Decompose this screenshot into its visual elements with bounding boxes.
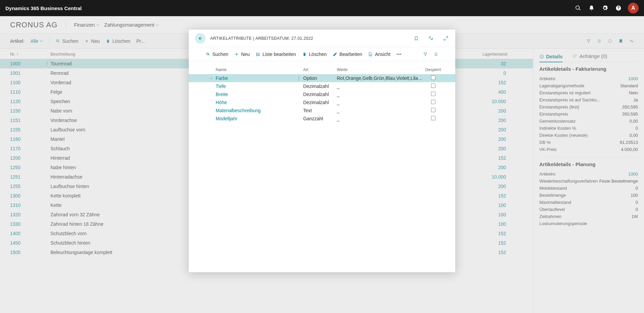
- expand-icon[interactable]: [442, 35, 449, 42]
- attr-name[interactable]: Breite: [216, 92, 303, 97]
- modal-col-locked[interactable]: Gesperrt: [423, 67, 443, 72]
- cell-stock[interactable]: 152: [482, 250, 523, 255]
- attr-name[interactable]: Farbe: [216, 75, 303, 81]
- cell-nr[interactable]: 1100: [10, 80, 44, 85]
- nav-item-finance[interactable]: Finanzen: [74, 22, 100, 28]
- attr-locked-checkbox[interactable]: [423, 75, 443, 81]
- filter-icon[interactable]: [586, 39, 591, 43]
- popout-icon[interactable]: [428, 35, 434, 42]
- bookmark-outline-icon[interactable]: [413, 35, 420, 42]
- attribute-row[interactable]: →Materialbeschreibung⋮Text_: [189, 106, 455, 115]
- cell-nr[interactable]: 1150: [10, 108, 44, 114]
- cell-nr[interactable]: 1400: [10, 231, 44, 236]
- attr-locked-checkbox[interactable]: [423, 116, 443, 121]
- col-header-stock[interactable]: Lagerbestand: [482, 52, 523, 57]
- cell-stock[interactable]: 10.000: [482, 174, 523, 180]
- attr-name[interactable]: Materialbeschreibung: [216, 108, 303, 113]
- cell-nr[interactable]: 1450: [10, 240, 44, 246]
- cell-nr[interactable]: 1200: [10, 155, 44, 161]
- attr-name[interactable]: Modelljahr: [216, 116, 303, 121]
- delete-button[interactable]: Löschen: [106, 38, 130, 44]
- cell-nr[interactable]: 1170: [10, 146, 44, 151]
- cell-nr[interactable]: 1251: [10, 174, 44, 180]
- modal-filter-icon[interactable]: [423, 52, 428, 57]
- cell-nr[interactable]: 1320: [10, 212, 44, 217]
- factbox-value[interactable]: 1000: [628, 171, 638, 177]
- modal-col-type[interactable]: Art: [303, 67, 337, 72]
- cell-nr[interactable]: 1155: [10, 127, 44, 132]
- cell-stock[interactable]: 100: [482, 202, 523, 208]
- modal-edit-button[interactable]: Bearbeiten: [333, 52, 362, 57]
- cell-stock[interactable]: 200: [482, 127, 523, 132]
- cell-stock[interactable]: 200: [482, 108, 523, 114]
- cell-stock[interactable]: 0: [482, 70, 523, 76]
- factbox-value[interactable]: 1000: [628, 76, 638, 81]
- attr-locked-checkbox[interactable]: [423, 84, 443, 89]
- cell-stock[interactable]: 152: [482, 240, 523, 246]
- cell-stock[interactable]: 10.000: [482, 99, 523, 104]
- cell-stock[interactable]: 152: [482, 80, 523, 85]
- cell-nr[interactable]: 1300: [10, 193, 44, 198]
- cell-nr[interactable]: 1001: [10, 70, 44, 76]
- view-filter-all[interactable]: Alle: [31, 38, 43, 44]
- search-icon[interactable]: [571, 0, 585, 16]
- cell-nr[interactable]: 1310: [10, 202, 44, 208]
- attr-locked-checkbox[interactable]: [423, 92, 443, 97]
- cell-stock[interactable]: 200: [482, 146, 523, 151]
- attribute-row[interactable]: →Modelljahr⋮Ganzzahl_: [189, 115, 455, 123]
- cell-nr[interactable]: 1000: [10, 61, 44, 66]
- nav-item-payments[interactable]: Zahlungsmanagement: [104, 22, 159, 28]
- cell-stock[interactable]: 200: [482, 118, 523, 123]
- row-menu-icon[interactable]: ⋮: [296, 75, 303, 81]
- modal-col-name[interactable]: Name: [216, 67, 303, 72]
- modal-col-values[interactable]: Werte: [337, 67, 423, 72]
- cell-nr[interactable]: 1110: [10, 89, 44, 95]
- tab-attachments[interactable]: Anhänge (0): [573, 53, 607, 59]
- modal-new-button[interactable]: Neu: [234, 52, 250, 57]
- modal-delete-button[interactable]: Löschen: [302, 52, 327, 57]
- attr-name[interactable]: Höhe: [216, 100, 303, 105]
- cell-stock[interactable]: 152: [482, 193, 523, 198]
- collapse-icon[interactable]: [629, 39, 634, 43]
- cell-stock[interactable]: 200: [482, 184, 523, 189]
- new-button[interactable]: Neu: [84, 38, 100, 44]
- bookmark-icon[interactable]: [618, 39, 623, 43]
- cell-stock[interactable]: 200: [482, 165, 523, 170]
- cell-nr[interactable]: 1160: [10, 136, 44, 142]
- modal-edit-list-button[interactable]: Liste bearbeiten: [256, 52, 296, 57]
- attribute-row[interactable]: →Höhe⋮Dezimalzahl_: [189, 98, 455, 106]
- cell-stock[interactable]: 32: [482, 61, 523, 66]
- cell-stock[interactable]: 100: [482, 212, 523, 217]
- cell-stock[interactable]: 200: [482, 136, 523, 142]
- cell-stock[interactable]: 152: [482, 231, 523, 236]
- attr-name[interactable]: Tiefe: [216, 84, 303, 89]
- attribute-row[interactable]: →Breite⋮Dezimalzahl_: [189, 90, 455, 98]
- company-name[interactable]: CRONUS AG: [10, 21, 58, 29]
- bell-icon[interactable]: [585, 0, 598, 16]
- gear-icon[interactable]: [598, 0, 612, 16]
- modal-search-button[interactable]: Suchen: [206, 52, 228, 57]
- help-icon[interactable]: [612, 0, 625, 16]
- cell-nr[interactable]: 1500: [10, 250, 44, 255]
- col-header-nr[interactable]: Nr. ↑: [10, 52, 44, 57]
- cell-nr[interactable]: 1255: [10, 184, 44, 189]
- modal-more-icon[interactable]: •••: [396, 52, 401, 57]
- row-menu-icon[interactable]: ⋮: [44, 61, 50, 66]
- cell-nr[interactable]: 1330: [10, 221, 44, 227]
- cell-nr[interactable]: 1151: [10, 118, 44, 123]
- tab-details[interactable]: Details: [539, 53, 563, 62]
- cell-nr[interactable]: 1120: [10, 99, 44, 104]
- cell-stock[interactable]: 400: [482, 89, 523, 95]
- attribute-row[interactable]: →Farbe⋮OptionRot,Orange,Gelb,Grün,Blau,V…: [189, 74, 455, 82]
- avatar[interactable]: A: [628, 3, 639, 13]
- attribute-row[interactable]: →Tiefe⋮Dezimalzahl_: [189, 82, 455, 90]
- list-view-icon[interactable]: [597, 39, 602, 43]
- attr-locked-checkbox[interactable]: [423, 108, 443, 113]
- modal-listview-icon[interactable]: [434, 52, 438, 57]
- back-button[interactable]: [195, 33, 206, 44]
- cell-stock[interactable]: 100: [482, 221, 523, 227]
- cell-stock[interactable]: 152: [482, 155, 523, 161]
- cell-nr[interactable]: 1250: [10, 165, 44, 170]
- process-menu-left[interactable]: Pr...: [136, 38, 145, 44]
- modal-view-button[interactable]: Ansicht: [368, 52, 390, 57]
